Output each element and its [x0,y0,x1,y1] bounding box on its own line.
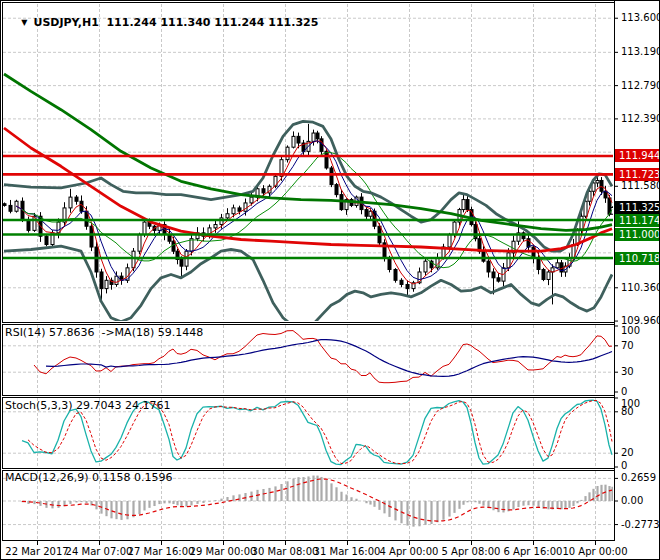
time-axis-label: 5 Apr 08:00 [442,546,501,557]
price-axis-label: 113.190 [621,46,660,57]
time-axis-label: 31 Mar 16:00 [314,546,381,557]
time-axis-label: 10 Apr 00:00 [562,546,627,557]
price-badge: 111.174 [615,214,660,227]
price-badge: 111.944 [615,149,660,162]
price-axis-label: 113.600 [621,12,660,23]
time-axis-label: 30 Mar 08:00 [252,546,319,557]
indicator-axis-label: 0.00 [621,495,643,506]
indicator-axis-label: 30 [621,366,634,377]
stoch-indicator-label: Stoch(5,3,3) 29.7043 24.1761 [5,399,171,412]
indicator-axis-label: 70 [621,340,634,351]
time-axis-label: 24 Mar 07:00 [66,546,133,557]
time-axis-label: 27 Mar 16:00 [128,546,195,557]
chart-window: ▼USDJPY,H1 111.244 111.340 111.244 111.3… [0,0,660,560]
indicator-axis-label: 20 [621,447,634,458]
price-axis-label: 112.790 [621,80,660,91]
chart-title: ▼USDJPY,H1 111.244 111.340 111.244 111.3… [6,3,318,42]
indicator-axis-label: 80 [621,406,634,417]
price-axis-label: 112.390 [621,113,660,124]
time-axis-label: 4 Apr 00:00 [380,546,439,557]
price-badge: 110.718 [615,252,660,265]
time-axis-label: 29 Mar 00:00 [190,546,257,557]
expand-triangle-icon[interactable]: ▼ [21,18,27,27]
price-badge: 111.325 [615,201,660,214]
indicator-axis-label: 0 [621,386,627,397]
indicator-axis-label: -0.2773 [621,519,660,530]
time-axis-label: 6 Apr 16:00 [504,546,563,557]
indicator-axis-label: 100 [621,325,640,336]
rsi-indicator-label: RSI(14) 57.8636 ->MA(18) 59.1448 [5,326,203,339]
price-badge: 111.723 [615,168,660,181]
macd-indicator-label: MACD(12,26,9) 0.1158 0.1596 [5,471,173,484]
indicator-axis-label: 0 [621,460,627,471]
price-axis-label: 110.360 [621,282,660,293]
indicator-axis-label: 0.2659 [621,472,656,483]
price-axis-label: 111.580 [621,180,660,191]
chart-title-text: USDJPY,H1 111.244 111.340 111.244 111.32… [33,16,318,29]
time-axis-label: 22 Mar 2017 [5,546,68,557]
price-badge: 111.000 [615,228,660,241]
